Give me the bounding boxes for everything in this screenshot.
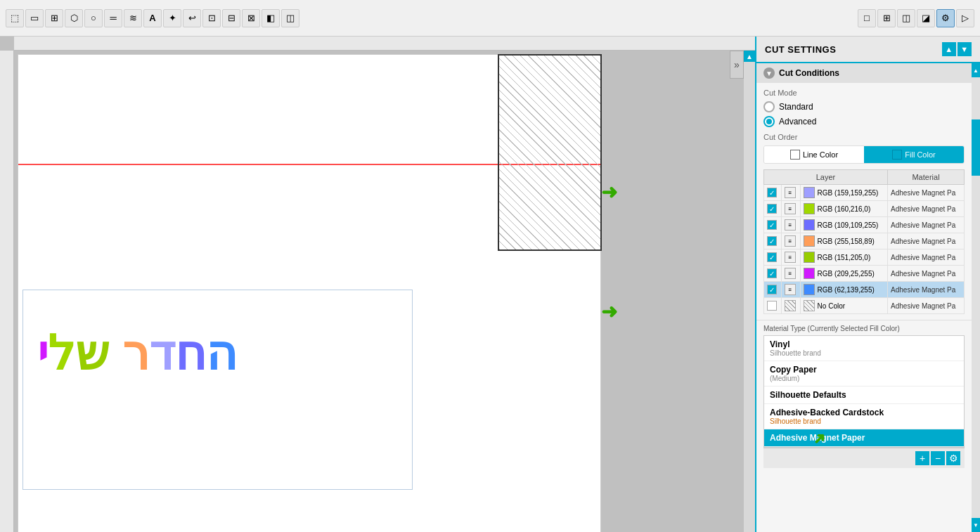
table-row[interactable]: ✓≡RGB (151,205,0)Adhesive Magnet Pa <box>764 249 965 266</box>
content-card: החדר שלי <box>22 290 413 490</box>
material-item[interactable]: Adhesive Magnet Paper <box>764 429 964 447</box>
table-row[interactable]: ✓≡RGB (255,158,89)Adhesive Magnet Pa <box>764 233 965 249</box>
fill-icon[interactable]: ◧ <box>262 9 280 27</box>
hline-icon[interactable]: ═ <box>104 9 122 27</box>
row-checkbox[interactable]: ✓ <box>767 220 777 230</box>
rectangle-icon[interactable]: ▭ <box>25 9 44 27</box>
layer-icon: ≡ <box>785 219 796 231</box>
line-color-icon <box>790 150 800 160</box>
panel-scroll-down[interactable]: ▼ <box>958 42 972 56</box>
panel-header: CUT SETTINGS ▲ ▼ <box>756 37 980 63</box>
table-row[interactable]: ✓≡RGB (209,25,255)Adhesive Magnet Pa <box>764 266 965 282</box>
expand-conditions-icon[interactable]: ▼ <box>763 67 775 79</box>
rgb-label: RGB (160,216,0) <box>818 205 871 213</box>
material-item[interactable]: VinylSilhouette brand <box>764 336 964 361</box>
wave-icon[interactable]: ≋ <box>124 9 142 27</box>
material-settings-btn[interactable]: ⚙ <box>946 451 960 465</box>
circle-icon[interactable]: ○ <box>84 9 103 27</box>
canvas-content[interactable]: החדר שלי ➜ ➜ <box>14 51 744 532</box>
select-icon[interactable]: ⬚ <box>6 9 24 27</box>
undo-icon[interactable]: ↩ <box>183 9 201 27</box>
material-name: Copy Paper <box>770 365 958 375</box>
material-label: Adhesive Magnet Pa <box>891 189 955 197</box>
resize-icon[interactable]: ⊡ <box>202 9 221 27</box>
standard-radio[interactable] <box>763 101 775 112</box>
material-item[interactable]: Adhesive-Backed CardstockSilhouette bran… <box>764 404 964 429</box>
row-checkbox[interactable]: ✓ <box>767 188 777 197</box>
panel-body-container: ▼ Cut Conditions Cut Mode Standard <box>756 63 980 532</box>
mirror-icon[interactable]: ⊟ <box>222 9 240 27</box>
panel-scrollbar[interactable]: ▲ ▼ <box>972 63 980 532</box>
color-swatch <box>804 252 815 263</box>
material-sub: (Medium) <box>770 375 958 382</box>
ruler-left <box>0 51 14 532</box>
material-label: Adhesive Magnet Pa <box>891 302 955 310</box>
cut1-icon[interactable]: □ <box>858 9 876 27</box>
layer-icon: ≡ <box>785 284 796 295</box>
panel-scroll-down-btn[interactable]: ▼ <box>972 518 980 532</box>
canvas-area: החדר שלי ➜ ➜ ▲ » <box>0 37 755 532</box>
material-label: Adhesive Magnet Pa <box>891 205 955 213</box>
cut-conditions-header[interactable]: ▼ Cut Conditions <box>756 63 972 83</box>
cut4-icon[interactable]: ◪ <box>917 9 935 27</box>
settings-active-icon[interactable]: ⚙ <box>936 9 955 27</box>
table-row[interactable]: ✓≡RGB (160,216,0)Adhesive Magnet Pa <box>764 201 965 217</box>
advanced-radio[interactable] <box>763 116 775 127</box>
table-row[interactable]: ✓≡RGB (62,139,255)Adhesive Magnet Pa <box>764 282 965 298</box>
table-row[interactable]: ✓≡RGB (159,159,255)Adhesive Magnet Pa <box>764 185 965 201</box>
gradient-icon[interactable]: ◫ <box>281 9 299 27</box>
cut3-icon[interactable]: ◫ <box>897 9 915 27</box>
polygon-icon[interactable]: ⬡ <box>65 9 83 27</box>
standard-radio-row[interactable]: Standard <box>763 101 965 112</box>
weld-icon[interactable]: ⊠ <box>242 9 260 27</box>
row-checkbox[interactable] <box>767 301 777 311</box>
panel-title: CUT SETTINGS <box>765 44 836 55</box>
material-item[interactable]: Silhouette Defaults <box>764 387 964 404</box>
tab-fill-color-label: Fill Color <box>905 150 935 159</box>
col-material: Material <box>888 170 965 185</box>
advanced-radio-row[interactable]: Advanced <box>763 116 965 127</box>
panel-scroll-up-btn[interactable]: ▲ <box>972 63 980 77</box>
layer-icon: ≡ <box>785 252 796 263</box>
remove-material-btn[interactable]: − <box>931 451 945 465</box>
cut2-icon[interactable]: ⊞ <box>877 9 896 27</box>
panel-scroll-thumb[interactable] <box>972 119 980 176</box>
col-layer: Layer <box>764 170 888 185</box>
main-area: החדר שלי ➜ ➜ ▲ » CUT SETTINGS ▲ ▼ <box>0 37 980 532</box>
row-checkbox[interactable]: ✓ <box>767 252 777 262</box>
grid-icon[interactable]: ⊞ <box>45 9 63 27</box>
material-list: VinylSilhouette brandCopy Paper(Medium)S… <box>763 335 965 448</box>
star-icon[interactable]: ✦ <box>163 9 181 27</box>
tab-line-color[interactable]: Line Color <box>764 146 864 163</box>
canvas-vscrollbar[interactable]: ▲ <box>744 51 755 532</box>
layer-icon: ≡ <box>785 235 796 247</box>
add-material-btn[interactable]: + <box>915 451 929 465</box>
cut-conditions-label: Cut Conditions <box>779 68 839 78</box>
material-label: Adhesive Magnet Pa <box>891 254 955 261</box>
table-row[interactable]: No ColorAdhesive Magnet Pa <box>764 298 965 314</box>
panel-scroll-up[interactable]: ▲ <box>942 42 956 56</box>
row-checkbox[interactable]: ✓ <box>767 285 777 294</box>
material-name: Vinyl <box>770 339 958 349</box>
rgb-label: No Color <box>818 302 845 310</box>
rgb-label: RGB (151,205,0) <box>818 254 871 261</box>
material-name: Adhesive Magnet Paper <box>770 433 958 443</box>
row-checkbox[interactable]: ✓ <box>767 204 777 214</box>
table-row[interactable]: ✓≡RGB (109,109,255)Adhesive Magnet Pa <box>764 217 965 233</box>
row-checkbox[interactable]: ✓ <box>767 268 777 278</box>
text-icon[interactable]: A <box>143 9 162 27</box>
material-item[interactable]: Copy Paper(Medium) <box>764 361 964 387</box>
color-swatch <box>804 187 815 198</box>
tab-fill-color[interactable]: Fill Color <box>864 146 964 163</box>
scroll-up-btn[interactable]: ▲ <box>744 51 755 62</box>
expand-icon[interactable]: ▷ <box>956 9 974 27</box>
toggle-chevron: » <box>734 59 740 70</box>
color-table: Layer Material ✓≡RGB (159,159,255)Adhesi… <box>763 169 965 314</box>
advanced-label: Advanced <box>779 117 816 126</box>
rgb-label: RGB (209,25,255) <box>818 270 875 278</box>
material-name: Adhesive-Backed Cardstock <box>770 408 958 417</box>
tab-line-color-label: Line Color <box>803 150 838 159</box>
toolbar: ⬚ ▭ ⊞ ⬡ ○ ═ ≋ A ✦ ↩ ⊡ ⊟ ⊠ ◧ ◫ □ ⊞ ◫ ◪ ⚙ … <box>0 0 980 37</box>
sidebar-toggle[interactable]: » <box>730 51 744 79</box>
row-checkbox[interactable]: ✓ <box>767 236 777 246</box>
